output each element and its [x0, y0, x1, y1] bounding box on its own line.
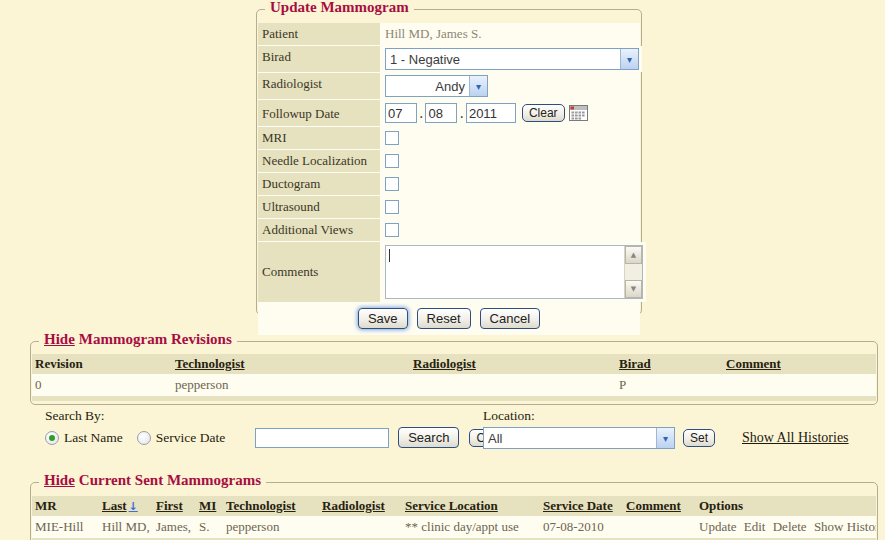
radiologist-value: [319, 517, 402, 537]
col-service-location[interactable]: Service Location: [402, 496, 540, 516]
birad-select[interactable]: 1 - Negative ▾: [385, 48, 639, 70]
needle-localization-checkbox[interactable]: [385, 154, 399, 168]
needle-localization-row: Needle Localization: [258, 150, 640, 173]
sent-title: Current Sent Mammograms: [79, 472, 261, 488]
hide-sent-link[interactable]: Hide: [44, 472, 75, 488]
comments-row: Comments ▲ ▼: [258, 242, 640, 303]
last-value: Hill MD,: [99, 517, 153, 537]
search-input[interactable]: [255, 428, 389, 448]
patient-value: Hill MD, James S.: [385, 26, 481, 42]
scroll-up-icon[interactable]: ▲: [625, 246, 642, 264]
col-revision: Revision: [32, 354, 172, 374]
col-service-date[interactable]: Service Date: [540, 496, 623, 516]
col-radiologist[interactable]: Radiologist: [319, 496, 402, 516]
cancel-button[interactable]: Cancel: [480, 308, 540, 329]
followup-month-input[interactable]: [385, 103, 417, 123]
col-technologist[interactable]: Technologist: [172, 354, 410, 374]
last-name-radio-label[interactable]: Last Name: [64, 430, 123, 446]
followup-day-input[interactable]: [425, 103, 457, 123]
needle-localization-label: Needle Localization: [258, 150, 382, 172]
technologist-value: pepperson: [223, 517, 319, 537]
hide-revisions-link[interactable]: Hide: [44, 331, 75, 347]
service-date-value: 07-08-2010: [540, 517, 623, 537]
location-label: Location:: [483, 408, 535, 424]
mr-value: MIE-Hill: [32, 517, 99, 537]
date-separator: .: [419, 104, 423, 122]
additional-views-checkbox[interactable]: [385, 223, 399, 237]
location-select[interactable]: All ▾: [483, 427, 675, 449]
calendar-icon[interactable]: [569, 105, 588, 121]
delete-link[interactable]: Delete: [773, 519, 807, 534]
options-cell: Update Edit Delete Show History: [696, 517, 876, 537]
col-first[interactable]: First: [153, 496, 196, 516]
service-location-value: ** clinic day/appt use: [402, 517, 540, 537]
set-location-button[interactable]: Set: [683, 429, 715, 447]
reset-button[interactable]: Reset: [417, 308, 471, 329]
col-technologist[interactable]: Technologist: [223, 496, 319, 516]
birad-row: Birad 1 - Negative ▾: [258, 46, 640, 73]
first-value: James,: [153, 517, 196, 537]
revisions-header-row: Revision Technologist Radiologist Birad …: [32, 354, 876, 375]
revisions-data-row: 0 pepperson P: [32, 375, 876, 396]
date-separator: .: [459, 104, 463, 122]
patient-label: Patient: [258, 23, 382, 45]
revisions-footer-strip: [32, 396, 876, 401]
service-date-radio-label[interactable]: Service Date: [156, 430, 225, 446]
sent-header-row: MR Last↓ First MI Technologist Radiologi…: [32, 496, 876, 517]
mri-checkbox[interactable]: [385, 131, 399, 145]
mi-value: S.: [196, 517, 223, 537]
mri-row: MRI: [258, 127, 640, 150]
col-last[interactable]: Last↓: [99, 496, 153, 516]
col-birad[interactable]: Birad: [616, 354, 723, 374]
ultrasound-checkbox[interactable]: [385, 200, 399, 214]
textarea-scrollbar[interactable]: ▲ ▼: [624, 246, 642, 298]
ductogram-label: Ductogram: [258, 173, 382, 195]
radiologist-row: Radiologist Andy ▾: [258, 73, 640, 100]
current-sent-mammograms-section: HideCurrent Sent Mammograms MR Last↓ Fir…: [30, 482, 878, 540]
birad-label: Birad: [258, 46, 382, 72]
ultrasound-row: Ultrasound: [258, 196, 640, 219]
edit-link[interactable]: Edit: [744, 519, 766, 534]
scroll-down-icon[interactable]: ▼: [625, 280, 642, 298]
birad-selected-value: 1 - Negative: [386, 52, 620, 67]
last-name-radio[interactable]: [45, 431, 59, 445]
form-title: Update Mammogram: [265, 0, 414, 16]
col-comment[interactable]: Comment: [623, 496, 696, 516]
search-button[interactable]: Search: [398, 427, 459, 448]
followup-date-row: Followup Date . . Clear: [258, 100, 640, 127]
revisions-legend: HideMammogram Revisions: [39, 331, 237, 348]
show-all-histories-link[interactable]: Show All Histories: [742, 430, 849, 446]
ductogram-checkbox[interactable]: [385, 177, 399, 191]
search-bar: Search By: Last Name Service Date Search…: [0, 406, 885, 460]
comments-textarea[interactable]: ▲ ▼: [385, 245, 643, 299]
revisions-title: Mammogram Revisions: [79, 331, 232, 347]
form-button-row: Save Reset Cancel: [258, 303, 640, 335]
ultrasound-label: Ultrasound: [258, 196, 382, 218]
birad-value: P: [616, 375, 723, 395]
col-radiologist[interactable]: Radiologist: [410, 354, 616, 374]
additional-views-row: Additional Views: [258, 219, 640, 242]
followup-year-input[interactable]: [466, 103, 516, 123]
col-mi[interactable]: MI: [196, 496, 223, 516]
chevron-down-icon: ▾: [469, 76, 487, 96]
service-date-radio[interactable]: [137, 431, 151, 445]
save-button[interactable]: Save: [358, 308, 408, 329]
text-caret: [389, 249, 390, 262]
update-link[interactable]: Update: [699, 519, 737, 534]
technologist-value: pepperson: [172, 375, 410, 395]
ductogram-row: Ductogram: [258, 173, 640, 196]
col-comment[interactable]: Comment: [723, 354, 876, 374]
radiologist-select[interactable]: Andy ▾: [385, 75, 488, 97]
comment-value: [723, 375, 876, 395]
col-options: Options: [696, 496, 876, 516]
mri-label: MRI: [258, 127, 382, 149]
sent-data-row: MIE-Hill Hill MD, James, S. pepperson **…: [32, 517, 876, 538]
revision-value: 0: [32, 375, 172, 395]
show-history-link[interactable]: Show History: [814, 519, 876, 534]
location-selected-value: All: [484, 431, 656, 446]
page: Update Mammogram Patient Hill MD, James …: [0, 0, 885, 540]
sort-descending-icon: ↓: [129, 500, 138, 513]
patient-row: Patient Hill MD, James S.: [258, 23, 640, 46]
clear-date-button[interactable]: Clear: [522, 104, 565, 122]
radiologist-label: Radiologist: [258, 73, 382, 99]
